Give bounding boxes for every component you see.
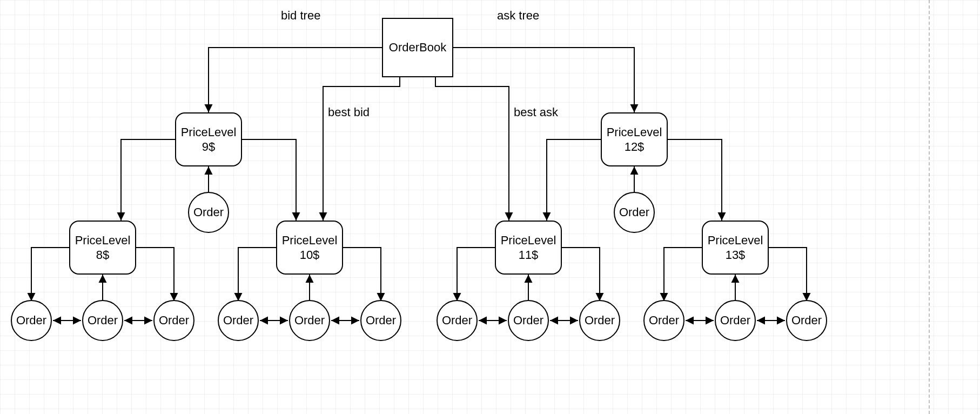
order-label: Order	[193, 205, 224, 220]
edge-label-bid-tree: bid tree	[281, 9, 320, 23]
order-node: Order	[437, 300, 478, 341]
order-node: Order	[786, 300, 827, 341]
order-node: Order	[11, 300, 52, 341]
node-title: PriceLevel	[708, 233, 763, 248]
pricelevel-10-node: PriceLevel 10$	[276, 221, 343, 275]
order-label: Order	[442, 313, 472, 328]
order-label: Order	[223, 313, 253, 328]
order-node: Order	[82, 300, 123, 341]
node-title: PriceLevel	[282, 233, 338, 248]
edge-label-best-ask: best ask	[514, 105, 558, 119]
node-price: 13$	[726, 248, 746, 263]
order-node: Order	[289, 300, 330, 341]
edge-label-best-bid: best bid	[328, 105, 370, 119]
orderbook-node: OrderBook	[382, 18, 453, 77]
order-label: Order	[88, 313, 118, 328]
pricelevel-11-node: PriceLevel 11$	[495, 221, 562, 275]
background-grid	[0, 0, 980, 414]
node-title: PriceLevel	[181, 125, 237, 140]
pricelevel-8-node: PriceLevel 8$	[69, 221, 136, 275]
order-label: Order	[159, 313, 189, 328]
node-title: PriceLevel	[75, 233, 131, 248]
order-label: Order	[16, 313, 46, 328]
order-node: Order	[188, 192, 229, 233]
order-label: Order	[791, 313, 822, 328]
order-label: Order	[649, 313, 679, 328]
order-label: Order	[720, 313, 750, 328]
order-node: Order	[643, 300, 684, 341]
node-price: 12$	[625, 139, 645, 155]
pricelevel-13-node: PriceLevel 13$	[702, 221, 769, 275]
order-node: Order	[153, 300, 194, 341]
node-price: 10$	[300, 248, 320, 263]
order-label: Order	[294, 313, 325, 328]
edge-label-ask-tree: ask tree	[497, 9, 539, 23]
order-node: Order	[579, 300, 620, 341]
orderbook-label: OrderBook	[389, 40, 446, 55]
order-node: Order	[508, 300, 549, 341]
order-label: Order	[619, 205, 649, 220]
order-label: Order	[366, 313, 396, 328]
order-node: Order	[360, 300, 401, 341]
node-price: 9$	[202, 139, 215, 155]
pricelevel-12-node: PriceLevel 12$	[601, 112, 668, 166]
vertical-guide-line	[929, 0, 930, 414]
order-label: Order	[585, 313, 615, 328]
node-price: 11$	[519, 248, 539, 263]
order-label: Order	[513, 313, 543, 328]
order-node: Order	[715, 300, 756, 341]
order-node: Order	[614, 192, 655, 233]
node-price: 8$	[96, 248, 109, 263]
order-node: Order	[218, 300, 259, 341]
pricelevel-9-node: PriceLevel 9$	[175, 112, 242, 166]
node-title: PriceLevel	[501, 233, 556, 248]
node-title: PriceLevel	[607, 125, 662, 140]
